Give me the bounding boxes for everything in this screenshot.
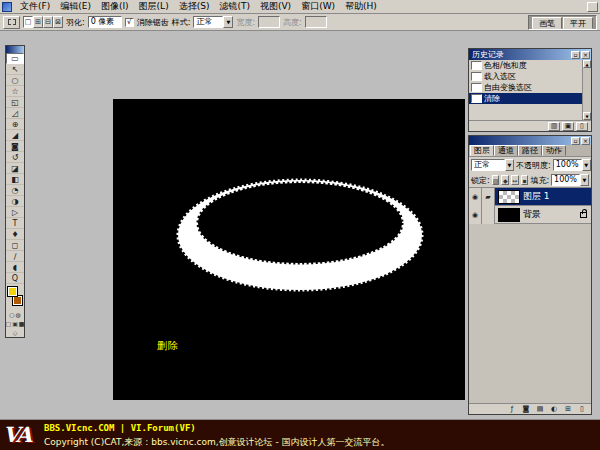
toolbox-title-bar[interactable] [6, 46, 24, 53]
tool-move[interactable]: ↖ [6, 64, 24, 75]
menu-layer[interactable]: 图层(L) [134, 0, 174, 13]
menu-select[interactable]: 选择(S) [174, 0, 215, 13]
tool-lasso[interactable]: ○ [6, 75, 24, 86]
foreground-color-swatch[interactable] [7, 286, 18, 297]
paint-indicator-well[interactable]: ▰ [482, 188, 495, 206]
document-canvas[interactable]: 删除 [113, 99, 465, 400]
minimize-icon[interactable]: ▫ [571, 137, 580, 145]
tool-hand[interactable]: ◖ [6, 262, 24, 273]
history-title-bar[interactable]: 历史记录 ▫ × [469, 49, 591, 60]
quick-mask-button[interactable]: ◍ [16, 311, 21, 318]
chevron-down-icon[interactable]: ▼ [582, 159, 591, 171]
tool-type[interactable]: T [6, 218, 24, 229]
tool-zoom[interactable]: Q [6, 273, 24, 284]
layer-row-background[interactable]: ◉ 背景 [469, 206, 591, 224]
menu-filter[interactable]: 滤镜(T) [214, 0, 255, 13]
screen-mode-full-button[interactable]: ■ [19, 320, 25, 327]
tool-crop[interactable]: ◱ [6, 97, 24, 108]
standard-mode-button[interactable]: ○ [9, 311, 14, 318]
intersect-selection-button[interactable]: ⊠ [53, 16, 63, 28]
tool-shape[interactable]: ◻ [6, 240, 24, 251]
close-icon[interactable]: × [581, 51, 590, 59]
tool-rectangular-marquee[interactable]: ▭ [6, 53, 24, 64]
menu-window[interactable]: 窗口(W) [296, 0, 340, 13]
layer-set-icon[interactable]: ▤ [534, 405, 546, 414]
tool-history-brush[interactable]: ↺ [6, 152, 24, 163]
layer-name[interactable]: 图层 1 [523, 190, 550, 203]
tool-path-selection[interactable]: ▷ [6, 207, 24, 218]
layer-row-layer1[interactable]: ◉ ▰ 图层 1 [469, 188, 591, 206]
new-selection-button[interactable]: □ [23, 16, 33, 28]
tool-eyedropper[interactable]: ∕ [6, 251, 24, 262]
layer-mask-icon[interactable]: ◙ [520, 405, 532, 414]
palette-tab-second[interactable]: 平开 [563, 17, 593, 29]
tab-channels[interactable]: 通道 [494, 145, 518, 156]
close-icon[interactable]: × [581, 137, 590, 145]
layer-style-icon[interactable]: ƒ [506, 405, 518, 414]
adjustment-layer-icon[interactable]: ◐ [548, 405, 560, 414]
add-to-selection-button[interactable]: ⊞ [33, 16, 43, 28]
paint-indicator-well[interactable] [482, 206, 495, 224]
history-item-transform-selection[interactable]: 自由变换选区 [469, 82, 591, 93]
tool-eraser[interactable]: ◪ [6, 163, 24, 174]
tool-slice[interactable]: ◿ [6, 108, 24, 119]
new-snapshot-icon[interactable]: ▣ [562, 122, 574, 131]
layers-title-bar[interactable]: ▫ × [469, 136, 591, 145]
trash-icon[interactable]: ▯ [576, 122, 588, 131]
subtract-from-selection-button[interactable]: ⊟ [43, 16, 53, 28]
tab-paths[interactable]: 路径 [518, 145, 542, 156]
menu-edit[interactable]: 编辑(E) [55, 0, 96, 13]
menu-file[interactable]: 文件(F) [15, 0, 55, 13]
antialias-checkbox[interactable]: √ [125, 18, 134, 27]
history-item-label: 色相/饱和度 [484, 60, 527, 71]
visibility-toggle[interactable]: ◉ [469, 188, 482, 206]
new-layer-icon[interactable]: ⊞ [562, 405, 574, 414]
menu-help[interactable]: 帮助(H) [340, 0, 382, 13]
lock-position-icon[interactable]: ↔ [511, 175, 519, 185]
history-scrollbar[interactable]: ▲ ▼ [582, 60, 591, 120]
blend-mode-dropdown[interactable]: 正常 ▼ [471, 159, 514, 171]
chevron-down-icon[interactable]: ▼ [505, 159, 514, 171]
tool-pen[interactable]: ♦ [6, 229, 24, 240]
jump-to-imageready-button[interactable]: ◇ [13, 329, 18, 336]
opacity-value: 100% [553, 159, 582, 171]
hand-icon: ◖ [13, 263, 17, 272]
chevron-down-icon[interactable]: ▼ [223, 16, 233, 28]
fill-input[interactable]: 100% ▼ [551, 174, 589, 186]
minimize-icon[interactable]: ▫ [571, 51, 580, 59]
screen-mode-standard-button[interactable]: ▢ [6, 320, 12, 327]
layer-thumbnail[interactable] [498, 208, 520, 222]
feather-input[interactable]: 0 像素 [88, 16, 122, 28]
menu-image[interactable]: 图像(I) [96, 0, 134, 13]
tool-gradient[interactable]: ◧ [6, 174, 24, 185]
layer-thumbnail[interactable] [498, 190, 520, 204]
layers-bottom-strip: ƒ ◙ ▤ ◐ ⊞ ▯ [469, 403, 591, 414]
tool-blur[interactable]: ◔ [6, 185, 24, 196]
opacity-input[interactable]: 100% ▼ [553, 159, 591, 171]
menu-bar-button[interactable] [587, 2, 598, 12]
lock-all-icon[interactable]: ▪ [521, 175, 529, 185]
scroll-up-icon[interactable]: ▲ [583, 60, 591, 68]
tab-layers[interactable]: 图层 [470, 145, 494, 156]
lock-pixels-icon[interactable]: ◆ [501, 175, 509, 185]
delete-layer-icon[interactable]: ▯ [576, 405, 588, 414]
scroll-down-icon[interactable]: ▼ [583, 112, 591, 120]
new-document-from-state-icon[interactable]: ▥ [548, 122, 560, 131]
tool-brush[interactable]: ◢ [6, 130, 24, 141]
lock-transparency-icon[interactable]: ▨ [492, 175, 500, 185]
tool-healing-brush[interactable]: ⊕ [6, 119, 24, 130]
style-dropdown[interactable]: 正常 ▼ [193, 16, 233, 28]
tool-clone-stamp[interactable]: ◙ [6, 141, 24, 152]
menu-view[interactable]: 视图(V) [255, 0, 296, 13]
tab-actions[interactable]: 动作 [542, 145, 566, 156]
history-item-clear[interactable]: 清除 [469, 93, 591, 104]
palette-tab-brushes[interactable]: 画笔 [532, 17, 562, 29]
tool-dodge[interactable]: ◑ [6, 196, 24, 207]
layer-name[interactable]: 背景 [523, 208, 541, 221]
chevron-down-icon[interactable]: ▼ [580, 174, 589, 186]
visibility-toggle[interactable]: ◉ [469, 206, 482, 224]
history-item-load-selection[interactable]: 载入选区 [469, 71, 591, 82]
tool-magic-wand[interactable]: ☆ [6, 86, 24, 97]
history-item-hue-saturation[interactable]: 色相/饱和度 [469, 60, 591, 71]
screen-mode-menu-button[interactable]: ▣ [12, 320, 18, 327]
